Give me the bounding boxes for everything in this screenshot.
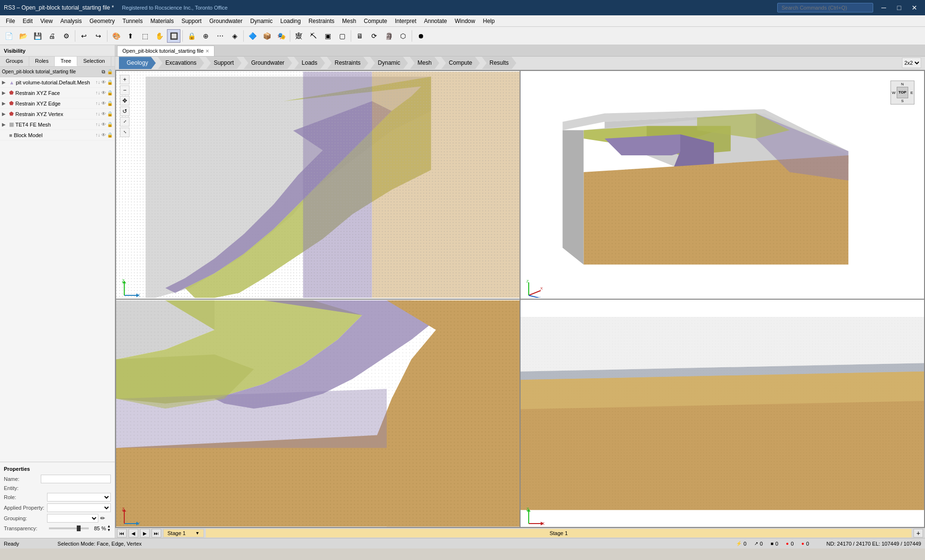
- menu-item-edit[interactable]: Edit: [19, 17, 36, 25]
- close-button[interactable]: ✕: [908, 1, 921, 14]
- render-button[interactable]: 🖥: [353, 29, 367, 43]
- wf-step-loads[interactable]: Loads: [294, 57, 325, 69]
- menu-item-annotate[interactable]: Annotate: [420, 17, 451, 25]
- tree-expand-1[interactable]: ▶: [2, 90, 8, 95]
- 3dobj-button[interactable]: 🗿: [382, 29, 395, 43]
- tree-expand-icon[interactable]: ⧉: [102, 69, 105, 75]
- tree-item-3[interactable]: ▶ ⬟ Restrain XYZ Vertex ↑↓ 👁 🔒: [0, 109, 115, 119]
- save-button[interactable]: 💾: [31, 29, 44, 43]
- prop-applied-select[interactable]: [47, 503, 111, 512]
- prop-grouping-select[interactable]: [47, 514, 98, 523]
- tab-tree[interactable]: Tree: [55, 57, 77, 66]
- search-input[interactable]: [777, 3, 873, 12]
- menu-item-dynamic[interactable]: Dynamic: [247, 17, 277, 25]
- tree-item-5[interactable]: ■ Block Model ↑↓ 👁 🔒: [0, 130, 115, 140]
- wf-step-excavations[interactable]: Excavations: [158, 57, 204, 69]
- tree-lock-5[interactable]: 🔒: [107, 132, 113, 138]
- prop-role-select[interactable]: [47, 493, 111, 502]
- extra-button[interactable]: ⬡: [396, 29, 410, 43]
- view3d-button[interactable]: 🔷: [246, 29, 259, 43]
- menu-item-analysis[interactable]: Analysis: [57, 17, 86, 25]
- tree-expand-0[interactable]: ▶: [2, 80, 8, 85]
- tree-vis-5[interactable]: ↑↓: [95, 132, 100, 138]
- snap-button[interactable]: ⋯: [213, 29, 227, 43]
- new-button[interactable]: 📄: [2, 29, 15, 43]
- tree-lock-1[interactable]: 🔒: [107, 90, 113, 95]
- tree-expand-3[interactable]: ▶: [2, 111, 8, 117]
- tree-eye-3[interactable]: 👁: [101, 111, 106, 117]
- zoom-in-btn[interactable]: +: [120, 75, 130, 84]
- box-button[interactable]: 📦: [260, 29, 273, 43]
- viewport-top-left[interactable]: + − ✥ ↺ ⤢ ⤡ X Z: [116, 71, 520, 299]
- open-button[interactable]: 📂: [16, 29, 30, 43]
- transparency-down[interactable]: ▼: [107, 528, 111, 532]
- tree-item-4[interactable]: ▶ ▦ TET4 FE Mesh ↑↓ 👁 🔒: [0, 119, 115, 130]
- excavate-button[interactable]: ⛏: [307, 29, 320, 43]
- tree-expand-5[interactable]: [2, 132, 8, 138]
- tree-vis-0[interactable]: ↑↓: [95, 80, 100, 85]
- redo-button[interactable]: ↪: [92, 29, 105, 43]
- tl-prev-btn[interactable]: ◀: [129, 529, 138, 537]
- compass-center[interactable]: TOP: [897, 87, 908, 98]
- move-button[interactable]: ✋: [153, 29, 166, 43]
- tree-eye-4[interactable]: 👁: [101, 122, 106, 127]
- undo-button[interactable]: ↩: [77, 29, 91, 43]
- menu-item-compute[interactable]: Compute: [360, 17, 391, 25]
- color-button[interactable]: 🎨: [109, 29, 123, 43]
- menu-item-restraints[interactable]: Restraints: [305, 17, 338, 25]
- viewport-bottom-right[interactable]: X Z: [521, 300, 924, 527]
- wf-step-dynamic[interactable]: Dynamic: [370, 57, 408, 69]
- tab-roles[interactable]: Roles: [29, 57, 55, 66]
- tree-expand-2[interactable]: ▶: [2, 101, 8, 106]
- tree-lock-3[interactable]: 🔒: [107, 111, 113, 117]
- transform-button[interactable]: ⟳: [368, 29, 381, 43]
- menu-item-loading[interactable]: Loading: [276, 17, 305, 25]
- viewport-top-right[interactable]: N S W E TOP X Z Y: [521, 71, 924, 299]
- magnet-button[interactable]: ◈: [228, 29, 241, 43]
- maximize-button[interactable]: □: [892, 1, 906, 14]
- tree-eye-1[interactable]: 👁: [101, 90, 106, 95]
- zoom-out-btn[interactable]: −: [120, 85, 130, 95]
- menu-item-materials[interactable]: Materials: [146, 17, 178, 25]
- material-button[interactable]: 🎭: [274, 29, 288, 43]
- tree-eye-2[interactable]: 👁: [101, 101, 106, 106]
- fit-btn[interactable]: ⤢: [120, 117, 130, 127]
- tree-lock-2[interactable]: 🔒: [107, 101, 113, 106]
- wf-step-geology[interactable]: Geology: [119, 57, 156, 69]
- file-tab[interactable]: Open_pit-block tutorial_starting file ✕: [117, 46, 214, 56]
- menu-item-groundwater[interactable]: Groundwater: [205, 17, 246, 25]
- tree-vis-3[interactable]: ↑↓: [95, 111, 100, 117]
- tl-next-btn[interactable]: ▶: [140, 529, 150, 537]
- mesh-button[interactable]: 🕸: [292, 29, 306, 43]
- wf-step-results[interactable]: Results: [482, 57, 516, 69]
- pan-btn[interactable]: ✥: [120, 96, 130, 105]
- lock-button[interactable]: 🔒: [185, 29, 198, 43]
- tree-lock-0[interactable]: 🔒: [107, 80, 113, 85]
- select-arrow[interactable]: ⬆: [124, 29, 137, 43]
- tree-lock-4[interactable]: 🔒: [107, 122, 113, 127]
- cursor-button[interactable]: ⊕: [199, 29, 213, 43]
- tree-lock-icon[interactable]: 🔒: [107, 69, 113, 75]
- menu-item-help[interactable]: Help: [479, 17, 498, 25]
- tree-vis-2[interactable]: ↑↓: [95, 101, 100, 106]
- tree-item-0[interactable]: ▶ ▲ pit volume-tutorial.Default.Mesh ↑↓ …: [0, 77, 115, 88]
- minimize-button[interactable]: ─: [877, 1, 890, 14]
- wf-step-restraints[interactable]: Restraints: [327, 57, 368, 69]
- tab-groups[interactable]: Groups: [0, 57, 29, 66]
- tree-eye-5[interactable]: 👁: [101, 132, 106, 138]
- tree-vis-4[interactable]: ↑↓: [95, 122, 100, 127]
- rotate-btn[interactable]: ↺: [120, 106, 130, 116]
- menu-item-file[interactable]: File: [2, 17, 19, 25]
- solid-button[interactable]: ▢: [335, 29, 349, 43]
- surface-button[interactable]: ▣: [321, 29, 334, 43]
- transparency-slider[interactable]: [49, 527, 89, 529]
- select-box[interactable]: ⬚: [138, 29, 152, 43]
- tl-add-stage-btn[interactable]: +: [913, 529, 923, 537]
- menu-item-mesh[interactable]: Mesh: [338, 17, 360, 25]
- print-button[interactable]: 🖨: [45, 29, 59, 43]
- menu-item-view[interactable]: View: [36, 17, 57, 25]
- tl-stage-selector[interactable]: Stage 1 ▼: [163, 529, 204, 537]
- tree-expand-4[interactable]: ▶: [2, 122, 8, 127]
- fit-all-btn[interactable]: ⤡: [120, 128, 130, 137]
- file-tab-close[interactable]: ✕: [205, 48, 209, 54]
